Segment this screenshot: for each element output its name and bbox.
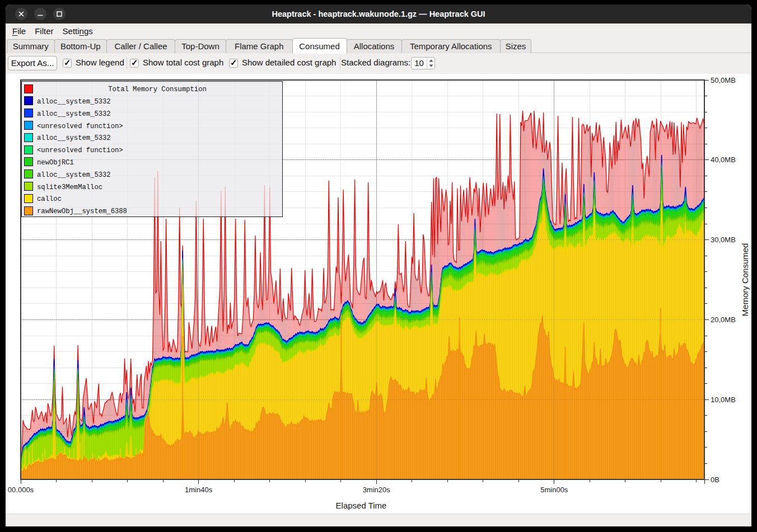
svg-text:rawNewObj__system_6388: rawNewObj__system_6388 <box>37 208 127 215</box>
svg-text:Memory Consumed: Memory Consumed <box>740 243 750 317</box>
svg-text:newObjRC1: newObjRC1 <box>37 159 74 167</box>
svg-text:Elapsed Time: Elapsed Time <box>336 501 387 510</box>
svg-text:20,0MB: 20,0MB <box>711 316 736 324</box>
svg-text:alloc__system_5332: alloc__system_5332 <box>37 171 111 179</box>
svg-text:<unresolved function>: <unresolved function> <box>37 123 123 130</box>
svg-text:40,0MB: 40,0MB <box>711 156 736 164</box>
svg-text:Total Memory Consumption: Total Memory Consumption <box>108 86 207 93</box>
svg-text:30,0MB: 30,0MB <box>711 236 736 244</box>
svg-text:calloc: calloc <box>37 195 62 203</box>
svg-text:0B: 0B <box>711 475 719 484</box>
svg-text:3min20s: 3min20s <box>363 486 391 494</box>
svg-text:alloc__system_5332: alloc__system_5332 <box>37 98 111 106</box>
svg-text:50,0MB: 50,0MB <box>711 76 736 84</box>
svg-text:10,0MB: 10,0MB <box>711 396 736 404</box>
svg-text:alloc__system_5332: alloc__system_5332 <box>37 110 111 118</box>
svg-text:sqlite3MemMalloc: sqlite3MemMalloc <box>37 183 102 191</box>
svg-text:alloc__system_5332: alloc__system_5332 <box>37 134 111 142</box>
svg-text:5min00s: 5min00s <box>540 486 568 494</box>
svg-text:1min40s: 1min40s <box>185 486 213 494</box>
svg-text:<unresolved function>: <unresolved function> <box>37 147 123 154</box>
svg-text:00.000s: 00.000s <box>8 486 34 494</box>
